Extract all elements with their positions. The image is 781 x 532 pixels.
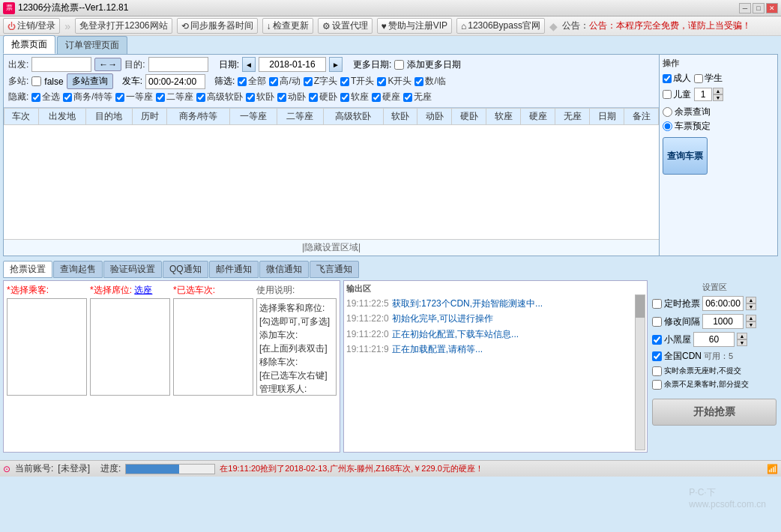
seat-link[interactable]: 选座 bbox=[134, 285, 152, 295]
hide-all-cb[interactable] bbox=[31, 93, 40, 102]
hide-high-soft-cb[interactable] bbox=[196, 93, 205, 102]
account-value: [未登录] bbox=[58, 462, 90, 475]
col-train: 车次 bbox=[4, 109, 39, 125]
start-grab-button[interactable]: 开始抢票 bbox=[652, 399, 777, 426]
col-hard-seat: 硬座 bbox=[521, 109, 555, 125]
filter-all-cb[interactable] bbox=[238, 77, 247, 86]
bottom-tab-grab[interactable]: 抢票设置 bbox=[3, 261, 52, 278]
child-checkbox-label[interactable]: 儿童 bbox=[663, 88, 691, 101]
no-seat-row: 实时余票无座时,不提交 bbox=[652, 366, 777, 376]
blackhouse-input[interactable] bbox=[693, 332, 735, 347]
blackhouse-down[interactable]: ▼ bbox=[737, 339, 747, 346]
no-enough-checkbox[interactable] bbox=[652, 380, 662, 390]
student-checkbox-label[interactable]: 学生 bbox=[694, 72, 723, 85]
hide-first-cb[interactable] bbox=[115, 93, 124, 102]
check-update-button[interactable]: ↓ 检查更新 bbox=[262, 18, 313, 34]
interval-checkbox[interactable] bbox=[652, 317, 662, 327]
output-scroll-thumb[interactable] bbox=[636, 295, 645, 318]
adult-checkbox-label[interactable]: 成人 bbox=[663, 72, 691, 85]
no-login-button[interactable]: 免登录打开12306网站 bbox=[75, 18, 172, 34]
ticket-reserve-radio[interactable] bbox=[663, 121, 672, 131]
date-prev-button[interactable]: ◄ bbox=[242, 57, 256, 72]
hide-second-cb[interactable] bbox=[156, 93, 165, 102]
to-input[interactable] bbox=[148, 57, 208, 72]
minimize-button[interactable]: ─ bbox=[739, 3, 751, 13]
filter-num-cb[interactable] bbox=[414, 77, 423, 86]
passenger-col: *选择乘客: bbox=[7, 284, 87, 396]
child-num-input[interactable] bbox=[694, 88, 712, 101]
close-button[interactable]: ✕ bbox=[766, 3, 778, 13]
bottom-tab-fly-notify[interactable]: 飞言通知 bbox=[310, 261, 359, 278]
sync-time-button[interactable]: ⟲ 同步服务器时间 bbox=[177, 18, 258, 34]
blackhouse-up[interactable]: ▲ bbox=[737, 333, 747, 339]
ticket-reserve-radio-label[interactable]: 车票预定 bbox=[663, 120, 774, 133]
wifi-icon: 📶 bbox=[767, 464, 778, 474]
swap-button[interactable]: ←→ bbox=[94, 58, 121, 71]
adult-checkbox[interactable] bbox=[663, 74, 672, 83]
bottom-tab-email-notify[interactable]: 邮件通知 bbox=[209, 261, 259, 278]
child-checkbox[interactable] bbox=[663, 90, 672, 99]
timed-grab-input[interactable] bbox=[702, 296, 744, 311]
bottom-tab-verify-code[interactable]: 验证码设置 bbox=[103, 261, 162, 278]
bypass-button[interactable]: ⌂ 12306Bypass官网 bbox=[456, 18, 545, 34]
hide-label: 隐藏: bbox=[8, 91, 28, 103]
bottom-tab-wechat-notify[interactable]: 微信通知 bbox=[259, 261, 309, 278]
filter-z-cb[interactable] bbox=[304, 77, 313, 86]
timed-grab-label: 定时抢票 bbox=[664, 297, 700, 310]
add-more-dates-checkbox[interactable] bbox=[394, 60, 404, 70]
passenger-list[interactable] bbox=[7, 298, 87, 396]
filter-high-speed-cb[interactable] bbox=[269, 77, 278, 86]
interval-down[interactable]: ▼ bbox=[746, 321, 756, 328]
tab-ticket-page[interactable]: 抢票页面 bbox=[3, 35, 55, 54]
filter-k-cb[interactable] bbox=[377, 77, 386, 86]
bottom-tab-qq-notify[interactable]: QQ通知 bbox=[163, 261, 208, 278]
window-controls[interactable]: ─ □ ✕ bbox=[739, 3, 778, 13]
depart-input[interactable] bbox=[145, 74, 205, 89]
output-line-3: 19:11:22:0 正在初始化配置,下载车站信息... bbox=[346, 327, 645, 342]
child-num-up[interactable]: ▲ bbox=[713, 88, 723, 94]
train-list[interactable] bbox=[173, 298, 253, 396]
remain-query-radio[interactable] bbox=[663, 107, 672, 117]
heart-icon: ♥ bbox=[382, 21, 387, 31]
hidden-settings-bar[interactable]: |隐藏设置区域| bbox=[4, 239, 659, 256]
timed-grab-up[interactable]: ▲ bbox=[746, 297, 756, 303]
register-button[interactable]: ⏻ 注销/登录 bbox=[3, 18, 60, 34]
col-remark: 备注 bbox=[624, 109, 659, 125]
timed-grab-checkbox[interactable] bbox=[652, 299, 662, 309]
date-input[interactable] bbox=[259, 57, 326, 72]
support-vip-button[interactable]: ♥ 赞助与注册VIP bbox=[377, 18, 452, 34]
date-next-button[interactable]: ► bbox=[329, 57, 343, 72]
timed-grab-down[interactable]: ▼ bbox=[746, 303, 756, 310]
hide-dynamic-cb[interactable] bbox=[277, 93, 286, 102]
interval-up[interactable]: ▲ bbox=[746, 315, 756, 321]
query-ticket-button[interactable]: 查询车票 bbox=[663, 137, 708, 175]
seat-list[interactable] bbox=[90, 298, 170, 396]
no-seat-checkbox[interactable] bbox=[652, 366, 662, 376]
national-cdn-checkbox[interactable] bbox=[652, 351, 662, 361]
filter-t-cb[interactable] bbox=[340, 77, 349, 86]
multi-enabled-label: false bbox=[44, 76, 63, 87]
interval-input[interactable] bbox=[702, 314, 744, 329]
hide-soft-cb[interactable] bbox=[246, 93, 255, 102]
hide-business-cb[interactable] bbox=[63, 93, 72, 102]
bottom-tab-query-start[interactable]: 查询起售 bbox=[53, 261, 103, 278]
hide-hard-cb[interactable] bbox=[309, 93, 318, 102]
child-num-down[interactable]: ▼ bbox=[713, 94, 723, 101]
update-icon: ↓ bbox=[267, 21, 271, 31]
blackhouse-checkbox[interactable] bbox=[652, 335, 662, 345]
remain-query-radio-label[interactable]: 余票查询 bbox=[663, 106, 774, 118]
multi-station-checkbox[interactable] bbox=[31, 76, 41, 86]
hide-soft-seat-cb[interactable] bbox=[340, 93, 349, 102]
maximize-button[interactable]: □ bbox=[753, 3, 765, 13]
from-input[interactable] bbox=[31, 57, 91, 72]
hide-hard-seat-cb[interactable] bbox=[372, 93, 381, 102]
multi-query-button[interactable]: 多站查询 bbox=[67, 73, 113, 89]
seat-col: *选择席位: 选座 bbox=[90, 284, 170, 396]
tab-order-page[interactable]: 订单管理页面 bbox=[57, 36, 127, 54]
set-proxy-button[interactable]: ⚙ 设置代理 bbox=[318, 18, 373, 34]
output-scrollbar[interactable] bbox=[635, 294, 645, 450]
student-checkbox[interactable] bbox=[694, 74, 703, 83]
train-col: *已选车次: bbox=[173, 284, 253, 396]
col-date: 日期 bbox=[590, 109, 624, 125]
hide-no-seat-cb[interactable] bbox=[403, 93, 412, 102]
